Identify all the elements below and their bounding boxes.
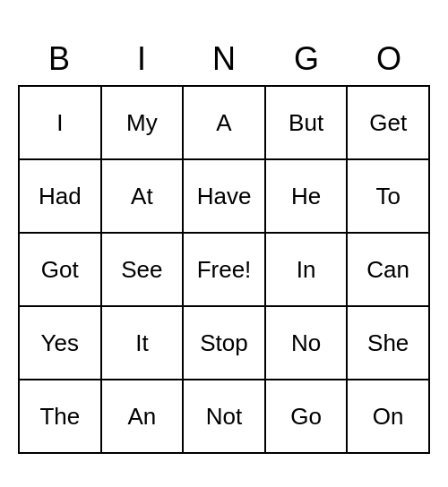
header-n: N bbox=[183, 33, 265, 85]
cell-0-1[interactable]: My bbox=[102, 87, 185, 160]
bingo-header: B I N G O bbox=[18, 33, 430, 85]
cell-4-3[interactable]: Go bbox=[266, 380, 349, 454]
cell-2-2[interactable]: Free! bbox=[184, 234, 266, 307]
header-g: G bbox=[265, 33, 348, 85]
bingo-grid: I My A But Get Had At Have He To Got See… bbox=[18, 85, 430, 454]
cell-1-2[interactable]: Have bbox=[184, 160, 266, 234]
header-i: I bbox=[100, 33, 183, 85]
cell-4-0[interactable]: The bbox=[20, 380, 102, 454]
cell-3-1[interactable]: It bbox=[102, 307, 185, 380]
header-b: B bbox=[18, 33, 100, 85]
cell-2-1[interactable]: See bbox=[102, 234, 185, 307]
cell-3-2[interactable]: Stop bbox=[184, 307, 266, 380]
cell-3-3[interactable]: No bbox=[266, 307, 349, 380]
cell-2-4[interactable]: Can bbox=[348, 234, 430, 307]
cell-0-4[interactable]: Get bbox=[348, 87, 430, 160]
cell-2-3[interactable]: In bbox=[266, 234, 349, 307]
cell-3-4[interactable]: She bbox=[348, 307, 430, 380]
cell-0-3[interactable]: But bbox=[266, 87, 349, 160]
cell-1-1[interactable]: At bbox=[102, 160, 185, 234]
cell-2-0[interactable]: Got bbox=[20, 234, 102, 307]
cell-1-0[interactable]: Had bbox=[20, 160, 102, 234]
cell-1-3[interactable]: He bbox=[266, 160, 349, 234]
cell-3-0[interactable]: Yes bbox=[20, 307, 102, 380]
cell-4-1[interactable]: An bbox=[102, 380, 185, 454]
cell-1-4[interactable]: To bbox=[348, 160, 430, 234]
cell-0-0[interactable]: I bbox=[20, 87, 102, 160]
cell-0-2[interactable]: A bbox=[184, 87, 266, 160]
cell-4-4[interactable]: On bbox=[348, 380, 430, 454]
header-o: O bbox=[348, 33, 430, 85]
bingo-card: B I N G O I My A But Get Had At Have He … bbox=[18, 33, 430, 454]
cell-4-2[interactable]: Not bbox=[184, 380, 266, 454]
